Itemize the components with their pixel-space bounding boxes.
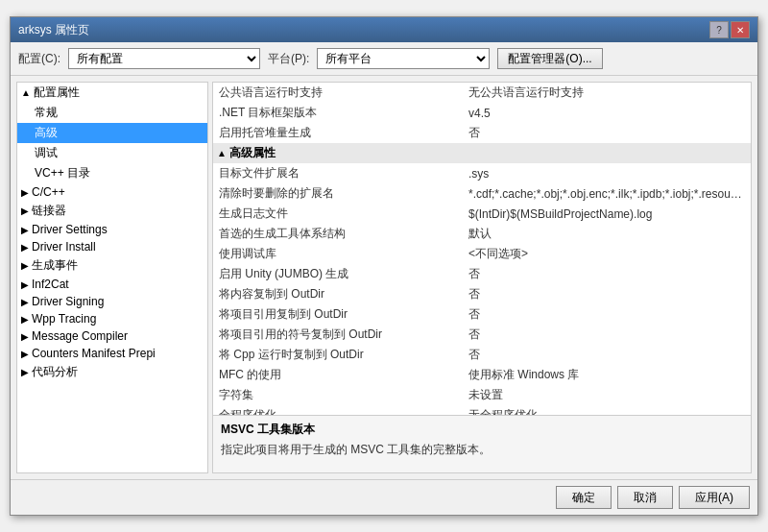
config-manager-button[interactable]: 配置管理器(O)...: [497, 48, 602, 69]
prop-value: .sys: [463, 163, 751, 183]
prop-value: 否: [463, 123, 751, 143]
tree-label-vc-dirs: VC++ 目录: [35, 165, 90, 181]
prop-value: 否: [463, 345, 751, 365]
tree-label-linker: 链接器: [32, 203, 66, 219]
tree-label-inf2cat: Inf2Cat: [32, 278, 69, 291]
toggle-driver-signing: ▶: [21, 297, 29, 307]
help-button[interactable]: ?: [709, 21, 729, 38]
tree-label-cpp: C/C++: [32, 185, 65, 199]
tree-label-driver-signing: Driver Signing: [32, 295, 104, 308]
prop-name: 启用托管堆量生成: [213, 123, 463, 143]
property-panel: 公共语言运行时支持 无公共语言运行时支持 .NET 目标框架版本 v4.5 启用…: [212, 82, 752, 473]
tree-item-inf2cat[interactable]: ▶ Inf2Cat: [17, 276, 207, 293]
toggle-cpp: ▶: [21, 187, 29, 198]
prop-value: v4.5: [463, 103, 751, 123]
prop-name: 清除时要删除的扩展名: [213, 183, 463, 204]
table-row[interactable]: 将内容复制到 OutDir 否: [213, 284, 751, 304]
toggle-driver-settings: ▶: [21, 225, 29, 235]
tree-item-general[interactable]: 常规: [17, 103, 207, 123]
tree-item-build-events[interactable]: ▶ 生成事件: [17, 255, 207, 276]
tree-item-driver-settings[interactable]: ▶ Driver Settings: [17, 221, 207, 238]
table-row[interactable]: 公共语言运行时支持 无公共语言运行时支持: [213, 83, 751, 103]
main-window: arksys 属性页 ? ✕ 配置(C): 所有配置 平台(P): 所有平台 配…: [10, 16, 758, 516]
platform-select[interactable]: 所有平台: [317, 48, 490, 69]
tree-label-driver-install: Driver Install: [32, 240, 96, 254]
tree-label-build-events: 生成事件: [32, 257, 78, 274]
description-box: MSVC 工具集版本 指定此项目将用于生成的 MSVC 工具集的完整版本。: [213, 415, 751, 472]
tree-item-advanced[interactable]: 高级: [17, 123, 207, 143]
toggle-advanced-section: ▲: [217, 148, 227, 158]
tree-item-vc-dirs[interactable]: VC++ 目录: [17, 163, 207, 183]
toggle-linker: ▶: [21, 206, 29, 216]
tree-item-linker[interactable]: ▶ 链接器: [17, 201, 207, 221]
toggle-build-events: ▶: [21, 260, 29, 271]
title-bar-buttons: ? ✕: [709, 21, 750, 38]
table-row[interactable]: 生成日志文件 $(IntDir)$(MSBuildProjectName).lo…: [213, 204, 751, 224]
tree-label-counters-manifest: Counters Manifest Prepi: [32, 347, 156, 360]
tree-label-debug: 调试: [35, 145, 58, 161]
prop-name: 将内容复制到 OutDir: [213, 284, 463, 304]
title-bar: arksys 属性页 ? ✕: [11, 17, 757, 42]
ok-button[interactable]: 确定: [556, 486, 612, 509]
table-row[interactable]: 将 Cpp 运行时复制到 OutDir 否: [213, 345, 751, 365]
prop-table: 公共语言运行时支持 无公共语言运行时支持 .NET 目标框架版本 v4.5 启用…: [213, 83, 751, 415]
table-row[interactable]: 全程序优化 无全程序优化: [213, 405, 751, 415]
tree-label-wpp-tracing: Wpp Tracing: [32, 312, 96, 326]
prop-name: .NET 目标框架版本: [213, 103, 463, 123]
prop-value: 否: [463, 304, 751, 325]
tree-label-general: 常规: [35, 105, 58, 121]
prop-value: 否: [463, 264, 751, 284]
prop-name: 目标文件扩展名: [213, 163, 463, 183]
table-row[interactable]: MFC 的使用 使用标准 Windows 库: [213, 365, 751, 385]
tree-item-counters-manifest[interactable]: ▶ Counters Manifest Prepi: [17, 345, 207, 362]
toggle-driver-install: ▶: [21, 242, 29, 253]
table-row[interactable]: 字符集 未设置: [213, 385, 751, 405]
tree-item-config-props[interactable]: ▲ 配置属性: [17, 83, 207, 103]
prop-value: 无全程序优化: [463, 405, 751, 415]
prop-value: $(IntDir)$(MSBuildProjectName).log: [463, 204, 751, 224]
tree-item-wpp-tracing[interactable]: ▶ Wpp Tracing: [17, 310, 207, 327]
close-button[interactable]: ✕: [731, 21, 750, 38]
table-row[interactable]: 将项目引用复制到 OutDir 否: [213, 304, 751, 325]
toggle-config-props: ▲: [21, 87, 31, 98]
config-select[interactable]: 所有配置: [68, 48, 260, 69]
section-header-advanced: ▲高级属性: [213, 143, 751, 163]
prop-name: 将 Cpp 运行时复制到 OutDir: [213, 345, 463, 365]
prop-name: 字符集: [213, 385, 463, 405]
toolbar: 配置(C): 所有配置 平台(P): 所有平台 配置管理器(O)...: [11, 42, 757, 76]
tree-label-message-compiler: Message Compiler: [32, 329, 128, 343]
prop-value: 无公共语言运行时支持: [463, 83, 751, 103]
prop-name: MFC 的使用: [213, 365, 463, 385]
tree-item-driver-install[interactable]: ▶ Driver Install: [17, 238, 207, 255]
toggle-message-compiler: ▶: [21, 331, 29, 342]
table-row[interactable]: 使用调试库 <不同选项>: [213, 244, 751, 264]
tree-item-driver-signing[interactable]: ▶ Driver Signing: [17, 293, 207, 310]
description-title: MSVC 工具集版本: [221, 422, 743, 438]
prop-value: 默认: [463, 224, 751, 244]
prop-name: 使用调试库: [213, 244, 463, 264]
platform-label: 平台(P):: [268, 51, 309, 67]
prop-name: 全程序优化: [213, 405, 463, 415]
prop-name: 公共语言运行时支持: [213, 83, 463, 103]
main-content: ▲ 配置属性 常规 高级 调试 VC++ 目录 ▶ C/C++: [11, 76, 757, 479]
tree-item-code-analysis[interactable]: ▶ 代码分析: [17, 362, 207, 382]
cancel-button[interactable]: 取消: [617, 486, 673, 509]
prop-name: 将项目引用的符号复制到 OutDir: [213, 325, 463, 345]
table-row[interactable]: 启用 Unity (JUMBO) 生成 否: [213, 264, 751, 284]
apply-button[interactable]: 应用(A): [679, 486, 750, 509]
table-row[interactable]: 清除时要删除的扩展名 *.cdf;*.cache;*.obj;*.obj.enc…: [213, 183, 751, 204]
prop-name: 生成日志文件: [213, 204, 463, 224]
tree-item-message-compiler[interactable]: ▶ Message Compiler: [17, 327, 207, 345]
tree-item-debug[interactable]: 调试: [17, 143, 207, 163]
tree-item-cpp[interactable]: ▶ C/C++: [17, 183, 207, 201]
tree-panel: ▲ 配置属性 常规 高级 调试 VC++ 目录 ▶ C/C++: [16, 82, 208, 473]
prop-value: 否: [463, 325, 751, 345]
table-row[interactable]: 首选的生成工具体系结构 默认: [213, 224, 751, 244]
prop-value: 否: [463, 284, 751, 304]
table-row[interactable]: 目标文件扩展名 .sys: [213, 163, 751, 183]
window-title: arksys 属性页: [18, 22, 89, 38]
table-row[interactable]: .NET 目标框架版本 v4.5: [213, 103, 751, 123]
table-row[interactable]: 启用托管堆量生成 否: [213, 123, 751, 143]
prop-name: 启用 Unity (JUMBO) 生成: [213, 264, 463, 284]
table-row[interactable]: 将项目引用的符号复制到 OutDir 否: [213, 325, 751, 345]
